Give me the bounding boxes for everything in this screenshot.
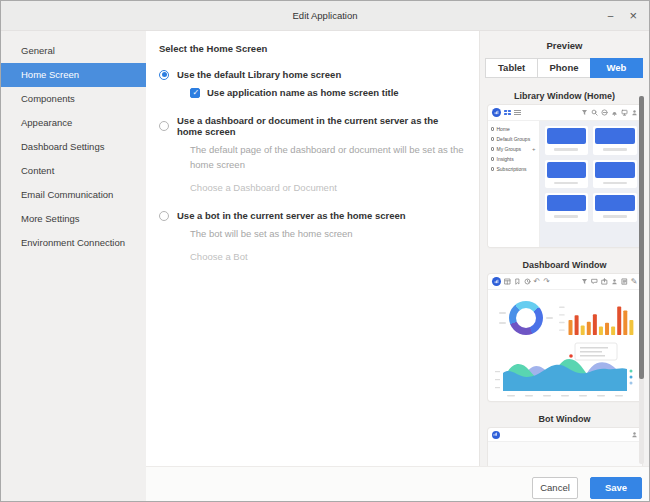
bookmark-icon xyxy=(514,278,521,285)
preview-title: Preview xyxy=(480,40,649,51)
minimize-icon[interactable]: – xyxy=(608,11,614,21)
radio-default-library-label[interactable]: Use the default Library home screen xyxy=(177,69,341,80)
add-group-icon: + xyxy=(532,146,536,152)
export-icon xyxy=(601,278,608,285)
settings-nav: General Home Screen Components Appearanc… xyxy=(1,31,146,501)
my-groups-icon xyxy=(491,147,495,151)
sidebar-item-general[interactable]: General xyxy=(1,39,146,63)
notifications-icon xyxy=(611,109,618,116)
filter-icon xyxy=(581,109,588,116)
radio-bot-home[interactable] xyxy=(159,211,169,221)
undo-icon: ↶ xyxy=(534,278,541,285)
main-content: Select the Home Screen Use the default L… xyxy=(146,31,479,466)
scrollbar-thumb[interactable] xyxy=(639,96,644,379)
bar-chart xyxy=(559,297,637,339)
edit-icon: ✎ xyxy=(631,278,638,285)
sidebar-item-content[interactable]: Content xyxy=(1,159,146,183)
radio-bot-home-label[interactable]: Use a bot in the current server as the h… xyxy=(177,210,406,221)
preview-scrollbar[interactable] xyxy=(639,96,644,464)
account-icon xyxy=(601,109,608,116)
library-card xyxy=(545,193,589,222)
bot-window-preview xyxy=(488,428,642,466)
library-card xyxy=(593,193,637,222)
filter-icon xyxy=(581,278,588,285)
donut-chart-block xyxy=(493,301,559,335)
sidebar-item-email-communication[interactable]: Email Communication xyxy=(1,183,146,207)
chart-tooltip xyxy=(575,343,617,360)
edit-application-dialog: Edit Application – × General Home Screen… xyxy=(0,0,650,502)
user-icon xyxy=(631,109,638,116)
default-groups-icon xyxy=(491,137,495,141)
table-icon xyxy=(504,278,511,285)
library-sidebar-subscriptions: Subscriptions xyxy=(488,164,539,174)
checkbox-app-name-title[interactable] xyxy=(190,88,200,98)
user-icon xyxy=(631,431,638,438)
choose-dashboard-link[interactable]: Choose a Dashboard or Document xyxy=(190,182,465,193)
sidebar-item-home-screen[interactable]: Home Screen xyxy=(1,63,146,87)
tab-web[interactable]: Web xyxy=(590,58,643,78)
library-card-grid xyxy=(540,121,642,247)
bot-toolbar xyxy=(488,428,642,442)
bot-option-description: The bot will be set as the home screen xyxy=(190,226,470,241)
sidebar-item-components[interactable]: Components xyxy=(1,87,146,111)
device-icon xyxy=(621,109,628,116)
page-title: Select the Home Screen xyxy=(159,43,465,54)
redo-icon: ↷ xyxy=(543,278,550,285)
radio-default-library[interactable] xyxy=(159,70,169,80)
sidebar-item-appearance[interactable]: Appearance xyxy=(1,111,146,135)
cancel-button[interactable]: Cancel xyxy=(532,477,578,499)
home-icon xyxy=(491,127,495,131)
radio-dashboard-home-label[interactable]: Use a dashboard or document in the curre… xyxy=(177,115,465,137)
list-view-icon xyxy=(514,109,521,116)
dashboard-option-description: The default page of the dashboard or doc… xyxy=(190,142,470,172)
user-icon xyxy=(611,278,618,285)
library-card xyxy=(545,160,589,189)
close-icon[interactable]: × xyxy=(629,9,637,22)
library-window-label: Library Window (Home) xyxy=(480,91,649,101)
library-sidebar-default-groups: Default Groups xyxy=(488,134,539,144)
device-tabs: Tablet Phone Web xyxy=(485,58,643,78)
dashboard-window-preview: ↶ ↷ ✎ xyxy=(488,274,642,401)
dashboard-toolbar: ↶ ↷ ✎ xyxy=(488,274,642,290)
checkbox-app-name-title-label[interactable]: Use application name as home screen titl… xyxy=(207,87,399,98)
library-sidebar-home: Home xyxy=(488,124,539,134)
footer: Cancel Save xyxy=(146,466,649,501)
dashboard-logo xyxy=(492,277,501,286)
area-chart xyxy=(494,341,636,399)
donut-chart xyxy=(509,301,543,335)
library-mini-sidebar: Home Default Groups My Groups+ Insights … xyxy=(488,121,540,247)
dashboard-window-label: Dashboard Window xyxy=(480,260,649,270)
bot-window-label: Bot Window xyxy=(480,414,649,424)
library-window-preview: Home Default Groups My Groups+ Insights … xyxy=(488,105,642,247)
preview-panel: Preview Tablet Phone Web Library Window … xyxy=(479,31,649,466)
insights-icon xyxy=(491,157,495,161)
choose-bot-link[interactable]: Choose a Bot xyxy=(190,251,465,262)
notes-icon xyxy=(621,278,628,285)
library-sidebar-my-groups: My Groups+ xyxy=(488,144,539,154)
comment-icon xyxy=(591,278,598,285)
search-icon xyxy=(591,109,598,116)
library-sidebar-insights: Insights xyxy=(488,154,539,164)
library-toolbar xyxy=(488,105,642,121)
radio-dashboard-home[interactable] xyxy=(159,121,169,131)
titlebar: Edit Application – × xyxy=(1,1,649,31)
sidebar-item-dashboard-settings[interactable]: Dashboard Settings xyxy=(1,135,146,159)
grid-view-icon xyxy=(504,109,511,116)
library-logo xyxy=(492,108,501,117)
sidebar-item-more-settings[interactable]: More Settings xyxy=(1,207,146,231)
subscriptions-icon xyxy=(491,167,495,171)
dialog-title: Edit Application xyxy=(293,10,358,21)
tab-tablet[interactable]: Tablet xyxy=(485,58,538,78)
history-icon xyxy=(524,278,531,285)
library-card xyxy=(545,126,589,155)
sidebar-item-environment-connection[interactable]: Environment Connection xyxy=(1,231,146,255)
library-card xyxy=(593,160,637,189)
library-card xyxy=(593,126,637,155)
tab-phone[interactable]: Phone xyxy=(537,58,590,78)
save-button[interactable]: Save xyxy=(590,477,642,499)
bot-logo xyxy=(492,431,500,439)
